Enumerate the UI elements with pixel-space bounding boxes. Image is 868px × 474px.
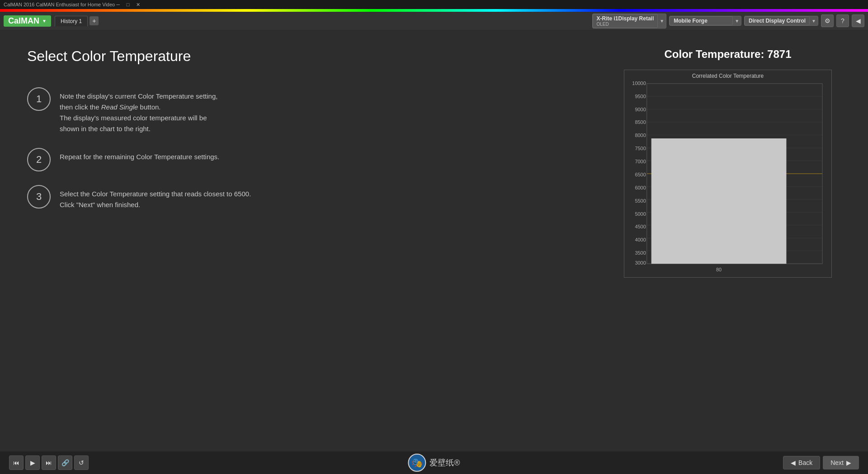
color-temp-title: Color Temperature: 7871 — [665, 48, 792, 61]
tab-history1[interactable]: History 1 — [55, 16, 88, 26]
logo-text: CalMAN — [8, 16, 39, 26]
device-display-dropdown[interactable]: Direct Display Control — [745, 16, 810, 25]
step-2-text: Repeat for the remaining Color Temperatu… — [60, 148, 219, 162]
collapse-icon: ◀ — [856, 17, 861, 24]
watermark-icon: 🎭 — [411, 457, 423, 468]
svg-text:8000: 8000 — [635, 133, 646, 138]
header-controls: X-Rite i1Display Retail OLED ▼ Mobile Fo… — [592, 14, 864, 28]
step-1-circle: 1 — [27, 87, 51, 111]
svg-text:4500: 4500 — [635, 224, 646, 229]
step-3-text: Select the Color Temperature setting tha… — [60, 185, 251, 210]
minimize-button[interactable]: ─ — [115, 1, 121, 8]
step-3: 3 Select the Color Temperature setting t… — [27, 185, 597, 210]
watermark: 🎭 爱壁纸® — [408, 454, 460, 472]
calman-logo[interactable]: CalMAN ▼ — [4, 15, 51, 27]
first-button[interactable]: ⏮ — [9, 455, 24, 470]
page-title: Select Color Temperature — [27, 48, 597, 65]
svg-text:5500: 5500 — [635, 198, 646, 204]
collapse-button[interactable]: ◀ — [852, 14, 864, 27]
link-button[interactable]: 🔗 — [58, 455, 72, 470]
bottom-bar: ⏮ ▶ ⏭ 🔗 ↺ 🎭 爱壁纸® ◀ Back Next ▶ — [0, 451, 868, 474]
device-xrite-dropdown[interactable]: X-Rite i1Display Retail OLED — [593, 14, 658, 28]
next-button[interactable]: Next ▶ — [823, 456, 859, 469]
device-display-wrapper[interactable]: Direct Display Control ▼ — [744, 16, 818, 26]
main-content: Select Color Temperature 1 Note the disp… — [0, 30, 868, 456]
tab-bar: History 1 + — [55, 16, 589, 26]
svg-text:8500: 8500 — [635, 119, 646, 125]
right-panel: Color Temperature: 7871 Correlated Color… — [615, 48, 841, 438]
title-bar-text: CalMAN 2016 CalMAN Enthusiast for Home V… — [4, 2, 115, 7]
tab-add-button[interactable]: + — [90, 16, 99, 25]
back-label: Back — [798, 459, 812, 466]
nav-controls[interactable]: ◀ Back Next ▶ — [783, 456, 859, 469]
device-xrite-name: X-Rite i1Display Retail — [597, 15, 654, 22]
refresh-button[interactable]: ↺ — [74, 455, 89, 470]
device-mobile-wrapper[interactable]: Mobile Forge ▼ — [669, 16, 741, 26]
record-button[interactable]: ▶ — [25, 455, 40, 470]
svg-text:4000: 4000 — [635, 237, 646, 242]
step-1: 1 Note the display's current Color Tempe… — [27, 87, 597, 134]
device-display-name: Direct Display Control — [749, 18, 806, 24]
bar-rect — [651, 138, 787, 264]
device-xrite-wrapper[interactable]: X-Rite i1Display Retail OLED ▼ — [592, 14, 667, 28]
svg-text:6500: 6500 — [635, 172, 646, 177]
svg-text:3500: 3500 — [635, 250, 646, 256]
skip-button[interactable]: ⏭ — [42, 455, 56, 470]
device-mobile-name: Mobile Forge — [674, 18, 729, 24]
help-button[interactable]: ? — [836, 14, 849, 27]
logo-dropdown-arrow[interactable]: ▼ — [42, 19, 47, 24]
device-xrite-sub: OLED — [597, 22, 654, 27]
svg-text:7000: 7000 — [635, 159, 646, 164]
device-xrite-arrow[interactable]: ▼ — [658, 19, 666, 24]
svg-text:5000: 5000 — [635, 211, 646, 217]
step-2: 2 Repeat for the remaining Color Tempera… — [27, 148, 597, 171]
step-3-circle: 3 — [27, 185, 51, 209]
help-icon: ? — [841, 17, 844, 24]
watermark-logo: 🎭 — [408, 454, 426, 472]
svg-text:7500: 7500 — [635, 146, 646, 151]
x-axis-label: 80 — [716, 267, 722, 272]
back-button[interactable]: ◀ Back — [783, 456, 820, 469]
settings-icon: ⚙ — [825, 17, 830, 24]
title-bar: CalMAN 2016 CalMAN Enthusiast for Home V… — [0, 0, 868, 9]
next-label: Next — [830, 459, 844, 466]
close-button[interactable]: ✕ — [135, 1, 141, 8]
svg-text:3000: 3000 — [635, 260, 646, 265]
watermark-text: 爱壁纸® — [429, 457, 460, 468]
title-bar-controls[interactable]: ─ □ ✕ — [115, 1, 141, 8]
step-1-text: Note the display's current Color Tempera… — [60, 87, 217, 134]
settings-button[interactable]: ⚙ — [821, 14, 834, 27]
device-display-arrow[interactable]: ▼ — [810, 19, 818, 24]
tab-label: History 1 — [61, 18, 82, 24]
step-2-circle: 2 — [27, 148, 51, 171]
bottom-left-controls[interactable]: ⏮ ▶ ⏭ 🔗 ↺ — [9, 455, 89, 470]
maximize-button[interactable]: □ — [125, 1, 131, 8]
svg-text:9000: 9000 — [635, 107, 646, 112]
next-arrow-icon: ▶ — [846, 459, 851, 466]
chart-svg: 10000 9500 9000 8500 8000 7500 7000 6500 — [624, 70, 831, 277]
chart-container: Correlated Color Temperature 10000 9500 … — [624, 70, 832, 278]
svg-text:6000: 6000 — [635, 185, 646, 190]
app-header: CalMAN ▼ History 1 + X-Rite i1Display Re… — [0, 12, 868, 30]
back-arrow-icon: ◀ — [791, 459, 796, 466]
device-mobile-arrow[interactable]: ▼ — [733, 19, 741, 24]
svg-text:9500: 9500 — [635, 94, 646, 99]
left-panel: Select Color Temperature 1 Note the disp… — [27, 48, 597, 438]
svg-text:10000: 10000 — [632, 81, 646, 86]
device-mobile-dropdown[interactable]: Mobile Forge — [670, 16, 733, 25]
